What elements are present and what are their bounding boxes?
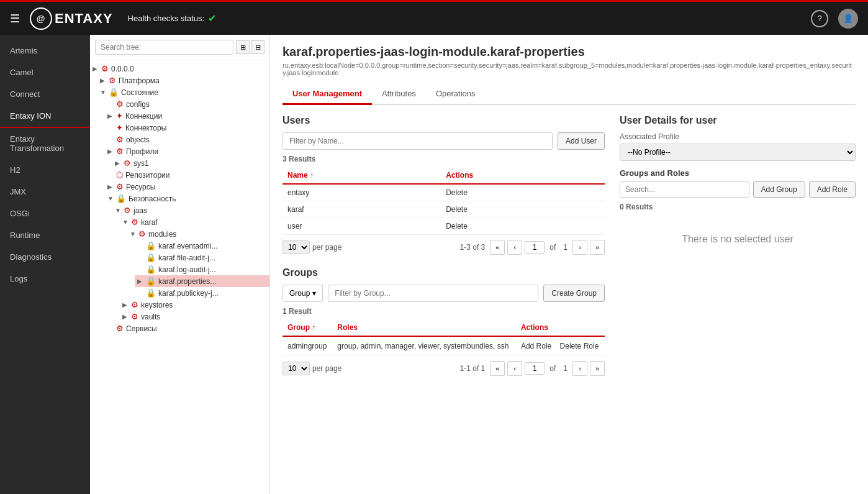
tree-node-eventadmin[interactable]: 🔒 karaf.eventadmi...: [135, 240, 269, 252]
sidebar-item-connect[interactable]: Connect: [0, 83, 90, 105]
tree-node-logaudit[interactable]: 🔒 karaf.log-audit-j...: [135, 263, 269, 275]
tree-node-karafproperties[interactable]: ▶ 🔒 karaf.properties...: [135, 275, 269, 287]
sidebar-item-osgi[interactable]: OSGi: [0, 203, 90, 224]
sidebar-item-diagnostics[interactable]: Diagnostics: [0, 246, 90, 268]
users-filter-input[interactable]: [283, 132, 553, 150]
sidebar-item-entaxy-ion[interactable]: Entaxy ION: [0, 105, 90, 128]
menu-icon[interactable]: ☰: [10, 12, 20, 25]
sidebar-item-runtime[interactable]: Runtime: [0, 224, 90, 246]
tree-node-keystores[interactable]: ▶ ⚙ keystores: [120, 299, 269, 311]
health-label: Health checks status:: [128, 14, 205, 23]
tree-node-root[interactable]: ▶ ⚙ 0.0.0.0: [90, 63, 269, 75]
tree-node-icon: ⚙: [101, 64, 109, 73]
profile-select[interactable]: --No Profile--: [620, 144, 856, 161]
tab-attributes[interactable]: Attributes: [372, 84, 426, 105]
tree-node-fileaudit[interactable]: 🔒 karaf.file-audit-j...: [135, 252, 269, 263]
tree-node-resursy[interactable]: ▶ ⚙ Ресурсы: [105, 181, 269, 193]
groups-last-page[interactable]: »: [590, 361, 605, 376]
groups-table: Group ↑ Roles Actions admingroup group, …: [283, 319, 605, 356]
add-user-button[interactable]: Add User: [558, 132, 605, 150]
delete-user-link[interactable]: Delete: [446, 205, 468, 214]
groups-prev-page[interactable]: ‹: [507, 361, 522, 376]
expand-all-button[interactable]: ⊞: [236, 40, 250, 54]
sidebar-item-camel[interactable]: Camel: [0, 62, 90, 83]
tree-node-sostoyanie[interactable]: ▼ 🔒 Состояние: [97, 86, 269, 98]
tree-node-label: Ресурсы: [126, 183, 155, 191]
sidebar-item-logs[interactable]: Logs: [0, 268, 90, 290]
users-page-input[interactable]: [525, 241, 545, 254]
avatar[interactable]: 👤: [838, 9, 858, 29]
tree-node-vaults[interactable]: ▶ ⚙ vaults: [120, 311, 269, 322]
tree-node-icon: ⬡: [116, 170, 123, 180]
logo-text: ENTAXY: [55, 11, 113, 27]
tree-arrow: ▶: [107, 148, 114, 155]
groups-col-actions: Actions: [516, 319, 605, 336]
tree-node-bezopasnost[interactable]: ▼ 🔒 Безопасность: [105, 193, 269, 204]
tree-node-icon: ⚙: [116, 99, 124, 109]
groups-filter-input[interactable]: [328, 285, 538, 302]
associated-profile-label: Associated Profile: [620, 132, 856, 141]
users-first-page[interactable]: «: [490, 240, 505, 255]
groups-pagination: 10 25 50 per page 1-1 of 1 « ‹ of 1 ›: [283, 361, 605, 376]
tree-node-servisy[interactable]: ⚙ Сервисы: [105, 322, 269, 334]
tree-node-jaas[interactable]: ▼ ⚙ jaas: [112, 204, 269, 216]
tree-node-publickey[interactable]: 🔒 karaf.publickey-j...: [135, 287, 269, 299]
groups-first-page[interactable]: «: [490, 361, 505, 376]
group-name-cell: admingroup: [283, 336, 332, 356]
delete-user-link[interactable]: Delete: [446, 222, 468, 231]
users-per-page-select[interactable]: 10 25 50: [283, 240, 310, 254]
sidebar-item-h2[interactable]: H2: [0, 159, 90, 181]
groups-per-page-select[interactable]: 10 25 50: [283, 362, 310, 375]
users-last-page[interactable]: »: [590, 240, 605, 255]
tree-node-sys1[interactable]: ▶ ⚙ sys1: [112, 157, 269, 169]
tree-node-konnektory[interactable]: ✦ Коннекторы: [105, 122, 269, 134]
group-actions-cell: Add Role Delete Role: [516, 336, 605, 356]
tree-node-repozitorii[interactable]: ⬡ Репозитории: [105, 169, 269, 181]
tree-node-modules[interactable]: ▼ ⚙ modules: [127, 228, 269, 240]
groups-page-input[interactable]: [525, 362, 545, 375]
tree-node-icon: ⚙: [124, 158, 131, 168]
delete-role-link[interactable]: Delete Role: [560, 342, 599, 350]
table-row: karaf Delete: [283, 201, 605, 218]
tree-node-label: Коннекции: [125, 112, 162, 121]
tree-node-konnektsii[interactable]: ▶ ✦ Коннекции: [105, 110, 269, 122]
user-name-cell: entaxy: [283, 184, 441, 201]
groups-total-pages: 1: [563, 364, 567, 373]
tree-node-label: configs: [126, 100, 150, 109]
add-role-button[interactable]: Add Role: [809, 181, 856, 198]
users-results-count: 3 Results: [283, 155, 605, 163]
user-groups-search-input[interactable]: [620, 181, 749, 198]
tree-node-karaf[interactable]: ▼ ⚙ karaf: [120, 216, 269, 228]
tree-node-icon: ⚙: [138, 229, 146, 239]
tree-node-label: Сервисы: [126, 324, 157, 333]
users-filter-bar: Add User: [283, 132, 605, 150]
sidebar-item-artemis[interactable]: Artemis: [0, 40, 90, 62]
help-icon[interactable]: ?: [811, 10, 828, 27]
tab-operations[interactable]: Operations: [426, 84, 486, 105]
tree-node-label: karaf: [141, 218, 158, 227]
tree-node-label: modules: [148, 230, 176, 239]
sidebar-item-jmx[interactable]: JMX: [0, 181, 90, 203]
tree-node-profili[interactable]: ▶ ⚙ Профили: [105, 145, 269, 157]
tree-node-objects[interactable]: ⚙ objects: [105, 134, 269, 145]
tree-search-input[interactable]: [95, 40, 233, 55]
users-next-page[interactable]: ›: [572, 240, 587, 255]
create-group-button[interactable]: Create Group: [543, 285, 605, 302]
group-roles-cell: group, admin, manager, viewer, systembun…: [332, 336, 516, 356]
delete-user-link[interactable]: Delete: [446, 188, 468, 197]
add-role-link[interactable]: Add Role: [521, 342, 551, 350]
collapse-all-button[interactable]: ⊟: [251, 40, 264, 54]
tree-node-icon: ⚙: [131, 300, 138, 309]
tree-node-icon: 🔒: [146, 265, 156, 274]
group-dropdown-button[interactable]: Group ▾: [283, 285, 323, 302]
topbar-right: ? 👤: [811, 9, 858, 29]
tab-user-management[interactable]: User Management: [283, 84, 372, 105]
groups-next-page[interactable]: ›: [572, 361, 587, 376]
users-prev-page[interactable]: ‹: [507, 240, 522, 255]
tree-node-configs[interactable]: ⚙ configs: [105, 98, 269, 110]
sidebar-item-entaxy-transformation[interactable]: Entaxy Transformation: [0, 128, 90, 159]
tree-node-icon: 🔒: [109, 88, 119, 97]
tree-arrow: ▶: [107, 112, 114, 119]
tree-node-platforma[interactable]: ▶ ⚙ Платформа: [97, 75, 269, 86]
add-group-button[interactable]: Add Group: [753, 181, 805, 198]
